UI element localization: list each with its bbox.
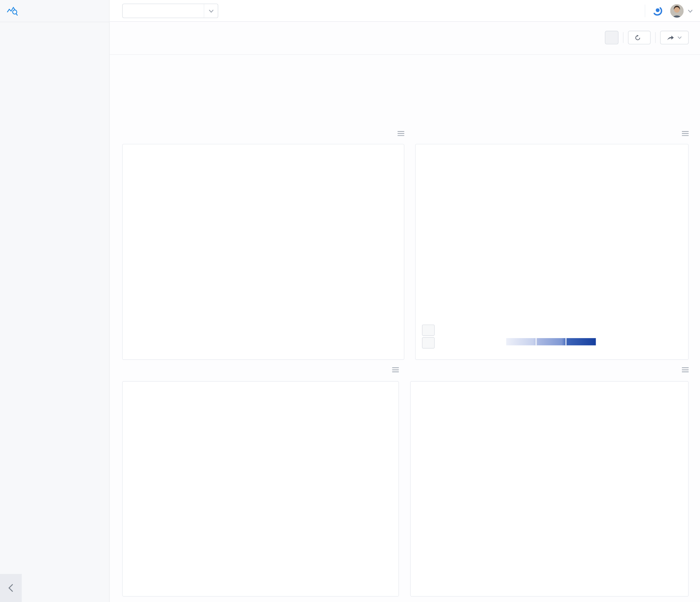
topbar-divider [645,4,645,17]
workspace-select[interactable] [122,4,218,18]
chevron-down-icon [204,4,218,18]
refresh-button[interactable] [628,31,651,44]
http-requests-header [122,128,405,139]
panel-menu-icon[interactable] [682,367,689,373]
sidebar [0,0,109,602]
ask-lisa-button[interactable] [652,5,666,17]
enrollments-chart [410,381,689,597]
map-color-legend [506,338,596,354]
unique-sessions-chart [122,381,399,597]
lisa-icon [652,5,663,17]
dashboard [0,0,700,602]
world-map-chart [415,144,689,360]
chevron-left-icon [8,584,14,593]
brand[interactable] [0,0,109,22]
panel-menu-icon[interactable] [392,367,399,373]
refresh-icon [635,34,641,40]
settings-button[interactable] [605,31,618,44]
share-arrow-icon [667,34,674,40]
intelliboard-logo-icon [6,5,18,17]
panel-menu-icon[interactable] [682,131,689,136]
share-button[interactable] [660,31,689,44]
chevron-down-icon [677,36,682,39]
sidebar-collapse-button[interactable] [0,574,22,602]
map-zoom-out-button[interactable] [422,337,434,348]
divider [655,32,655,43]
avatar[interactable] [670,4,683,18]
topbar [109,0,700,22]
unique-sessions-header [122,365,399,375]
notifications-notice [0,22,109,38]
map-header [415,128,689,139]
map-zoom-in-button[interactable] [422,324,434,336]
enrollments-header [410,365,689,375]
chevron-down-icon[interactable] [688,9,693,13]
page-head [122,28,689,47]
panel-menu-icon[interactable] [397,131,404,136]
http-requests-chart [122,144,405,360]
